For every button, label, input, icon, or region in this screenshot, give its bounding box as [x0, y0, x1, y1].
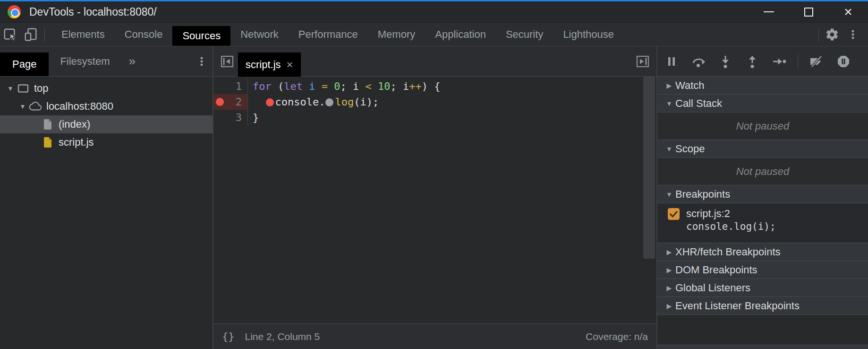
- step-out-icon: [744, 53, 760, 70]
- line-number-1[interactable]: 1: [213, 79, 248, 94]
- code-line-content[interactable]: }: [248, 110, 259, 125]
- toggle-device-toolbar-button[interactable]: [21, 23, 42, 46]
- deactivate-breakpoints-button[interactable]: [808, 53, 825, 70]
- tree-item-label: localhost:8080: [46, 100, 113, 113]
- debugger-toolbar-separator: [798, 54, 798, 69]
- step-out-button[interactable]: [744, 53, 761, 70]
- tab-elements[interactable]: Elements: [51, 23, 115, 46]
- chrome-logo-icon: [8, 5, 21, 18]
- settings-button[interactable]: [822, 23, 842, 46]
- inline-breakpoint-gray-icon[interactable]: [325, 98, 333, 106]
- more-vertical-icon: [846, 27, 860, 42]
- close-button[interactable]: ×: [828, 1, 868, 22]
- tab-lighthouse[interactable]: Lighthouse: [553, 23, 624, 46]
- code-line-2: 2 console.log(i);: [213, 94, 656, 110]
- debugger-sections-empty-space: [657, 315, 868, 345]
- tab-memory[interactable]: Memory: [368, 23, 425, 46]
- expander-icon[interactable]: ▼: [17, 103, 28, 110]
- section-label: Scope: [675, 143, 705, 155]
- section-label: XHR/fetch Breakpoints: [675, 246, 781, 258]
- coverage-status: Coverage: n/a: [586, 331, 648, 342]
- section-call-stack[interactable]: ▼Call Stack: [657, 95, 868, 113]
- more-tabs-button[interactable]: »: [129, 46, 136, 76]
- tab-performance[interactable]: Performance: [289, 23, 368, 46]
- code-editor[interactable]: 1for (let i = 0; i < 10; i++) {2 console…: [213, 77, 656, 323]
- tree-item-index[interactable]: (index): [0, 115, 213, 133]
- toolbar-separator: [818, 27, 819, 42]
- toggle-navigator-button[interactable]: [213, 46, 235, 76]
- close-icon: ×: [844, 5, 852, 19]
- navigator-pane: PageFilesystem » ▼top▼localhost:8080(ind…: [0, 46, 213, 349]
- inspect-icon: [3, 27, 18, 42]
- pause-on-exceptions-button[interactable]: [835, 53, 852, 70]
- line-number-2[interactable]: 2: [213, 94, 248, 110]
- step-over-button[interactable]: [690, 53, 707, 70]
- section-label: Call Stack: [675, 97, 722, 110]
- triangle-down-icon: ▼: [663, 100, 675, 107]
- line-number-3[interactable]: 3: [213, 110, 248, 125]
- section-xhr-fetch-breakpoints[interactable]: ▶XHR/fetch Breakpoints: [657, 243, 868, 261]
- editor-tab-scriptjs[interactable]: script.js ×: [238, 52, 301, 77]
- section-label: Event Listener Breakpoints: [675, 300, 800, 312]
- section-scope[interactable]: ▼Scope: [657, 140, 868, 158]
- code-line-content[interactable]: console.log(i);: [248, 94, 379, 110]
- maximize-button[interactable]: [789, 1, 828, 22]
- tree-item-localhost-8080[interactable]: ▼localhost:8080: [0, 97, 213, 115]
- step-into-button[interactable]: [717, 53, 734, 70]
- cloud-icon: [28, 100, 43, 113]
- section-breakpoints[interactable]: ▼Breakpoints: [657, 185, 868, 203]
- tab-sources[interactable]: Sources: [172, 26, 230, 46]
- toolbar-separator: [44, 27, 45, 42]
- triangle-right-icon: ▶: [663, 284, 675, 292]
- section-call-stack-body: Not paused: [657, 113, 868, 140]
- navigator-more-options-button[interactable]: [195, 46, 213, 76]
- pause-script-button[interactable]: [663, 53, 680, 70]
- partial-next-row: [657, 345, 868, 349]
- section-event-listener-breakpoints[interactable]: ▶Event Listener Breakpoints: [657, 297, 868, 315]
- tree-item-top[interactable]: ▼top: [0, 79, 213, 97]
- triangle-right-icon: ▶: [663, 82, 675, 89]
- tab-application[interactable]: Application: [425, 23, 496, 46]
- tree-item-label: script.js: [59, 136, 94, 148]
- tree-item-script-js[interactable]: script.js: [0, 133, 213, 151]
- step-over-icon: [690, 53, 706, 70]
- tree-item-label: top: [34, 82, 49, 95]
- debugger-sidebar: ▶Watch▼Call StackNot paused▼ScopeNot pau…: [656, 46, 868, 349]
- editor-statusbar: {} Line 2, Column 5 Coverage: n/a: [213, 323, 656, 349]
- inline-breakpoint-red-icon[interactable]: [266, 98, 274, 106]
- editor-scrollbar[interactable]: [643, 77, 655, 259]
- tab-security[interactable]: Security: [496, 23, 553, 46]
- breakpoint-marker[interactable]: [216, 98, 224, 106]
- code-line-content[interactable]: for (let i = 0; i < 10; i++) {: [248, 79, 440, 94]
- file-icon: [41, 118, 55, 131]
- section-global-listeners[interactable]: ▶Global Listeners: [657, 279, 868, 297]
- deactivate-breakpoints-icon: [808, 53, 825, 70]
- tab-network[interactable]: Network: [230, 23, 289, 46]
- navigator-tab-page[interactable]: Page: [0, 52, 49, 76]
- file-icon: [41, 136, 55, 148]
- navigator-tabstrip: PageFilesystem »: [0, 46, 213, 77]
- tab-console[interactable]: Console: [115, 23, 173, 46]
- expander-icon[interactable]: ▼: [5, 85, 16, 92]
- breakpoint-entry-header: script.js:2: [668, 208, 861, 220]
- toggle-debugger-sidebar-button[interactable]: [635, 46, 656, 76]
- sources-panel: PageFilesystem » ▼top▼localhost:8080(ind…: [0, 46, 868, 349]
- panel-tabs: ElementsConsoleSourcesNetworkPerformance…: [51, 23, 624, 46]
- maximize-icon: [804, 8, 813, 17]
- inspect-element-button[interactable]: [0, 23, 21, 46]
- window-controls: ×: [749, 1, 868, 22]
- pretty-print-button[interactable]: {}: [222, 331, 235, 342]
- section-dom-breakpoints[interactable]: ▶DOM Breakpoints: [657, 261, 868, 279]
- more-options-button[interactable]: [842, 23, 863, 46]
- section-watch[interactable]: ▶Watch: [657, 77, 868, 95]
- section-label: Watch: [675, 79, 705, 92]
- step-button[interactable]: [771, 53, 788, 70]
- editor-tab-label: script.js: [246, 59, 281, 71]
- close-tab-icon[interactable]: ×: [287, 59, 293, 70]
- minimize-button[interactable]: [749, 1, 789, 22]
- breakpoint-entry[interactable]: script.js:2console.log(i);: [657, 203, 868, 243]
- step-icon: [771, 53, 787, 70]
- navigator-tab-filesystem[interactable]: Filesystem: [49, 46, 121, 76]
- breakpoint-checkbox[interactable]: [668, 208, 680, 220]
- debugger-sections: ▶Watch▼Call StackNot paused▼ScopeNot pau…: [657, 77, 868, 349]
